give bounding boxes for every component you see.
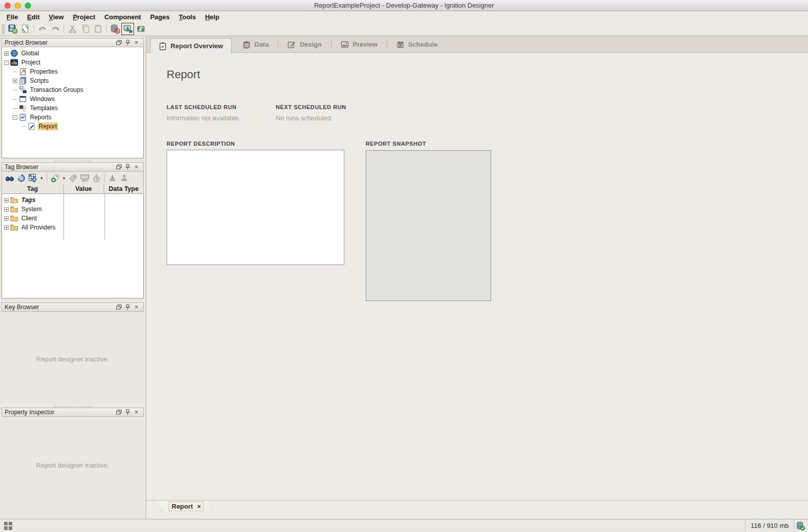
expand-icon[interactable]: +	[4, 216, 9, 221]
add-tag-button[interactable]	[49, 173, 61, 184]
window-grid-icon[interactable]	[4, 522, 12, 530]
expand-icon[interactable]: +	[4, 207, 9, 212]
gateway-sync-button[interactable]	[134, 23, 147, 35]
key-browser-message: Report designer inactive.	[2, 312, 144, 406]
menu-view[interactable]: View	[44, 12, 68, 22]
schedule-icon	[397, 41, 404, 49]
report-description-field[interactable]	[167, 150, 344, 265]
import-icon	[108, 174, 117, 182]
expand-icon[interactable]: +	[13, 79, 17, 83]
scripts-icon	[19, 77, 27, 85]
float-panel-icon[interactable]	[115, 39, 123, 46]
paste-button[interactable]	[91, 23, 104, 35]
close-panel-icon[interactable]: ×	[132, 409, 141, 416]
report-heading: Report	[167, 68, 200, 81]
tag-row-system[interactable]: + System	[2, 205, 143, 214]
tree-item-global[interactable]: + Global	[2, 49, 143, 58]
database-disabled-button[interactable]	[109, 23, 121, 35]
tab-schedule[interactable]: Schedule	[387, 36, 447, 53]
pin-panel-icon[interactable]	[123, 163, 132, 171]
tree-item-reports[interactable]: - Reports	[2, 113, 143, 122]
pin-panel-icon[interactable]	[123, 39, 132, 46]
pin-panel-icon[interactable]	[123, 304, 132, 311]
close-panel-icon[interactable]: ×	[132, 163, 141, 171]
tree-item-scripts[interactable]: + Scripts	[2, 76, 143, 85]
preview-icon	[341, 41, 349, 48]
search-tags-button[interactable]	[4, 173, 15, 184]
gateway-comm-button[interactable]	[121, 23, 134, 35]
next-scheduled-run-value: No runs scheduled.	[276, 114, 333, 122]
tree-item-project[interactable]: - Project	[2, 58, 143, 67]
property-inspector-panel: Property Inspector × Report designer ina…	[2, 408, 144, 518]
tab-preview[interactable]: Preview	[332, 36, 387, 53]
undo-button[interactable]	[36, 23, 49, 35]
tab-report-overview[interactable]: Report Overview	[150, 38, 232, 53]
report-tab-bar: Report Overview Data Design Preview	[146, 36, 808, 53]
chevron-down-icon[interactable]: ▾	[61, 176, 67, 181]
menu-pages[interactable]: Pages	[146, 12, 174, 22]
column-header-value[interactable]: Value	[63, 185, 104, 193]
tree-item-properties[interactable]: Properties	[2, 67, 143, 76]
import-tags-button[interactable]	[107, 173, 118, 184]
close-report-tab-icon[interactable]: ×	[197, 503, 201, 510]
tree-item-report[interactable]: Report	[2, 122, 143, 131]
panel-splitter[interactable]	[54, 160, 92, 162]
tag-columns-button[interactable]	[27, 173, 39, 184]
close-panel-icon[interactable]: ×	[132, 304, 141, 311]
float-panel-icon[interactable]	[115, 304, 123, 311]
chevron-down-icon[interactable]: ▾	[39, 176, 45, 181]
column-header-tag[interactable]: Tag	[2, 185, 63, 193]
selected-tree-item[interactable]: Report	[38, 122, 58, 130]
toolbar-grip[interactable]	[2, 24, 5, 34]
minimize-window-button[interactable]	[15, 3, 21, 9]
project-icon	[10, 58, 18, 66]
edit-tag-button[interactable]	[67, 173, 79, 184]
collapse-icon[interactable]: -	[4, 60, 9, 65]
tree-item-transaction-groups[interactable]: Transaction Groups	[2, 85, 143, 94]
property-inspector-message: Report designer inactive.	[2, 417, 144, 513]
gateway-sync-icon	[136, 24, 146, 34]
opc-browse-button[interactable]: OPC	[79, 173, 90, 184]
menu-tools[interactable]: Tools	[174, 12, 201, 22]
collapse-icon[interactable]: -	[13, 115, 17, 120]
cut-button[interactable]	[66, 23, 79, 35]
export-icon	[120, 174, 128, 182]
copy-button[interactable]	[79, 23, 91, 35]
open-report-tab-label[interactable]: Report	[172, 503, 193, 510]
window-title: ReportExampleProject - Develop-Gateway -…	[0, 2, 808, 9]
main-workspace: Report Overview Data Design Preview	[146, 36, 808, 519]
close-window-button[interactable]	[5, 3, 11, 9]
tab-design[interactable]: Design	[278, 36, 331, 53]
float-panel-icon[interactable]	[115, 409, 123, 416]
expand-icon[interactable]: +	[4, 51, 9, 56]
pin-panel-icon[interactable]	[123, 409, 132, 416]
open-report-tab[interactable]: Report ×	[156, 501, 209, 512]
menu-project[interactable]: Project	[68, 12, 100, 22]
update-project-button[interactable]	[19, 23, 31, 35]
save-button[interactable]	[6, 23, 19, 35]
tab-data[interactable]: Data	[234, 36, 278, 53]
zoom-window-button[interactable]	[25, 3, 31, 9]
export-tags-button[interactable]	[118, 173, 130, 184]
float-panel-icon[interactable]	[115, 163, 123, 171]
report-snapshot-image	[366, 150, 491, 301]
tag-history-button[interactable]	[90, 173, 102, 184]
expand-icon[interactable]: +	[4, 198, 9, 203]
tree-item-templates[interactable]: Templates	[2, 104, 143, 113]
close-panel-icon[interactable]: ×	[132, 39, 141, 46]
tag-row-client[interactable]: + Client	[2, 214, 143, 223]
menu-help[interactable]: Help	[201, 12, 224, 22]
tree-item-windows[interactable]: Windows	[2, 94, 143, 104]
menu-edit[interactable]: Edit	[22, 12, 44, 22]
redo-button[interactable]	[49, 23, 61, 35]
refresh-tags-button[interactable]	[15, 173, 27, 184]
key-browser-panel: Key Browser × Report designer inactive.	[2, 303, 144, 406]
tag-row-tags[interactable]: + Tags	[2, 195, 143, 205]
menu-file[interactable]: File	[2, 12, 22, 22]
tag-row-all-providers[interactable]: + All Providers	[2, 223, 143, 232]
expand-icon[interactable]: +	[4, 225, 9, 230]
gateway-connection-icon[interactable]	[794, 521, 808, 530]
property-inspector-header: Property Inspector ×	[2, 408, 144, 417]
menu-component[interactable]: Component	[100, 12, 145, 22]
column-header-datatype[interactable]: Data Type	[104, 185, 143, 193]
